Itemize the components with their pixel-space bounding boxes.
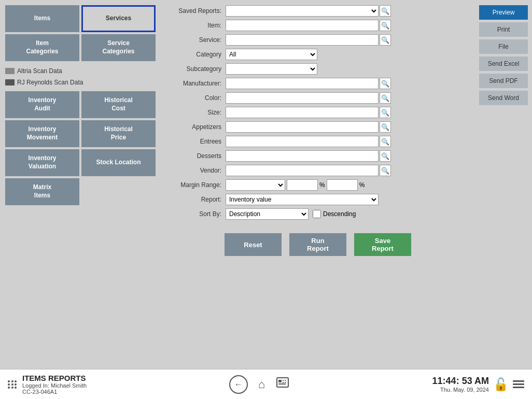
entrees-search[interactable]: 🔍	[380, 136, 391, 147]
desserts-label: Desserts	[169, 152, 226, 160]
app-code: CC-23-046A1	[22, 389, 87, 395]
desserts-row: Desserts 🔍	[169, 150, 467, 162]
scan-list: Altria Scan Data RJ Reynolds Scan Data	[5, 66, 156, 87]
vendor-input[interactable]	[226, 165, 379, 176]
manufacturer-label: Manufacturer:	[169, 80, 226, 87]
nav-services[interactable]: Services	[81, 5, 156, 32]
service-search[interactable]: 🔍	[380, 34, 391, 46]
category-label: Category	[169, 51, 226, 58]
report-label: Report:	[169, 196, 226, 203]
btn-inventory-valuation[interactable]: InventoryValuation	[5, 149, 79, 176]
margin-from-input[interactable]	[287, 179, 318, 191]
btn-historical-cost[interactable]: HistoricalCost	[81, 91, 156, 118]
subcategory-select[interactable]	[226, 63, 317, 75]
send-excel-button[interactable]: Send Excel	[479, 56, 528, 71]
descending-checkbox[interactable]	[313, 210, 321, 218]
register-button[interactable]	[275, 376, 290, 393]
bottom-nav: ← ⌂	[229, 375, 290, 394]
scan-icon-altria	[5, 68, 15, 74]
time-display: 11:44: 53 AM	[432, 376, 489, 387]
report-row: Report: Inventory value	[169, 194, 467, 205]
preview-button[interactable]: Preview	[479, 5, 528, 20]
color-label: Color:	[169, 94, 226, 102]
save-report-button[interactable]: SaveReport	[354, 233, 411, 256]
saved-reports-select[interactable]	[226, 5, 379, 17]
content-area: Items Services ItemCategories ServiceCat…	[0, 0, 532, 369]
pct1-label: %	[319, 181, 325, 189]
saved-reports-label: Saved Reports:	[169, 7, 226, 15]
form-section: Saved Reports: 🔍 Item: 🔍 Service: 🔍	[169, 5, 467, 220]
color-row: Color: 🔍	[169, 92, 467, 104]
desserts-input[interactable]	[226, 150, 379, 162]
bottom-right: 11:44: 53 AM Thu. May. 09, 2024 🔓	[432, 376, 524, 393]
saved-reports-search[interactable]: 🔍	[380, 5, 391, 17]
logged-in-label: Logged In: Michael Smith	[22, 382, 87, 389]
margin-range-select[interactable]	[226, 179, 285, 191]
saved-reports-row: Saved Reports: 🔍	[169, 5, 467, 17]
color-input[interactable]	[226, 92, 379, 104]
top-nav-grid: Items Services ItemCategories ServiceCat…	[5, 5, 156, 61]
appetizers-search[interactable]: 🔍	[380, 121, 391, 133]
btn-stock-location[interactable]: Stock Location	[81, 149, 156, 176]
color-search[interactable]: 🔍	[380, 92, 391, 104]
pct2-label: %	[359, 181, 365, 189]
run-report-button[interactable]: RunReport	[289, 233, 346, 256]
appetizers-label: Appetizers	[169, 123, 226, 131]
subcategory-row: Subcategory	[169, 63, 467, 75]
service-input[interactable]	[226, 34, 379, 46]
back-button[interactable]: ←	[229, 375, 248, 394]
register-icon	[275, 376, 290, 390]
btn-historical-price[interactable]: HistoricalPrice	[81, 120, 156, 147]
size-search[interactable]: 🔍	[380, 107, 391, 118]
time-section: 11:44: 53 AM Thu. May. 09, 2024	[432, 376, 489, 393]
reset-button[interactable]: Reset	[225, 233, 282, 256]
item-row: Item: 🔍	[169, 20, 467, 31]
descending-label: Descending	[323, 210, 356, 218]
manufacturer-input[interactable]	[226, 78, 379, 89]
sort-by-row: Sort By: Description Descending	[169, 208, 467, 220]
scan-icon-rj	[5, 79, 15, 86]
svg-rect-5	[285, 382, 286, 383]
scan-item-rj: RJ Reynolds Scan Data	[5, 78, 156, 87]
home-button[interactable]: ⌂	[258, 378, 265, 391]
appetizers-input[interactable]	[226, 121, 379, 133]
btn-matrix-items[interactable]: MatrixItems	[5, 178, 79, 205]
main-panel: Saved Reports: 🔍 Item: 🔍 Service: 🔍	[161, 0, 475, 369]
send-word-button[interactable]: Send Word	[479, 91, 528, 105]
category-row: Category All	[169, 49, 467, 60]
app-info: ITEMS REPORTS Logged In: Michael Smith C…	[22, 374, 87, 395]
desserts-search[interactable]: 🔍	[380, 150, 391, 162]
file-button[interactable]: File	[479, 39, 528, 54]
svg-rect-3	[285, 380, 286, 381]
vendor-search[interactable]: 🔍	[380, 165, 391, 176]
category-select[interactable]: All	[226, 49, 317, 60]
manufacturer-row: Manufacturer: 🔍	[169, 78, 467, 89]
entrees-row: Entrees 🔍	[169, 136, 467, 147]
size-input[interactable]	[226, 107, 379, 118]
btn-inventory-audit[interactable]: InventoryAudit	[5, 91, 79, 118]
lock-icon[interactable]: 🔓	[493, 377, 509, 392]
nav-service-categories[interactable]: ServiceCategories	[81, 34, 156, 61]
bottom-left: ITEMS REPORTS Logged In: Michael Smith C…	[8, 374, 87, 395]
date-display: Thu. May. 09, 2024	[432, 387, 489, 393]
hamburger-menu[interactable]	[513, 380, 524, 388]
subcategory-label: Subcategory	[169, 65, 226, 73]
margin-to-input[interactable]	[327, 179, 358, 191]
nav-items[interactable]: Items	[5, 5, 79, 32]
margin-range-row: Margin Range: % %	[169, 179, 467, 191]
item-input[interactable]	[226, 20, 379, 31]
vendor-label: Vendor:	[169, 167, 226, 174]
grid-menu-icon[interactable]	[8, 380, 17, 389]
entrees-label: Entrees	[169, 138, 226, 145]
send-pdf-button[interactable]: Send PDF	[479, 74, 528, 88]
entrees-input[interactable]	[226, 136, 379, 147]
svg-rect-1	[278, 380, 282, 382]
item-search[interactable]: 🔍	[380, 20, 391, 31]
nav-item-categories[interactable]: ItemCategories	[5, 34, 79, 61]
sort-by-select[interactable]: Description	[226, 208, 309, 220]
btn-inventory-movement[interactable]: InventoryMovement	[5, 120, 79, 147]
manufacturer-search[interactable]: 🔍	[380, 78, 391, 89]
report-select[interactable]: Inventory value	[226, 194, 379, 205]
print-button[interactable]: Print	[479, 22, 528, 37]
report-grid: InventoryAudit HistoricalCost InventoryM…	[5, 91, 156, 205]
